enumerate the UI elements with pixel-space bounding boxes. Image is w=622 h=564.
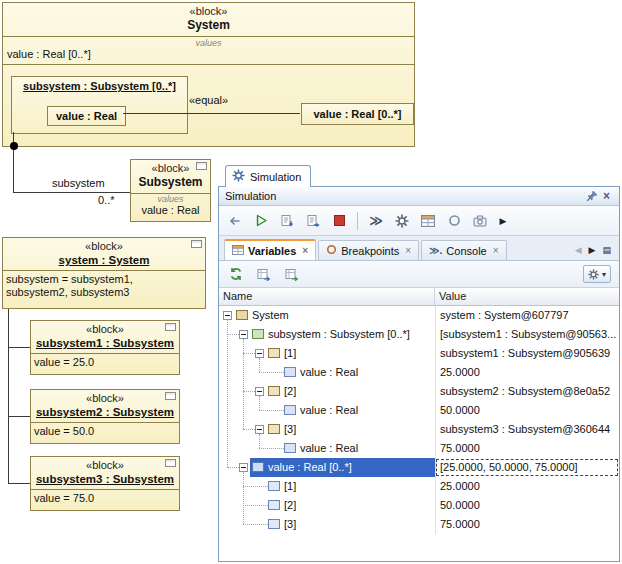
tree-expander-icon[interactable] [239,330,248,339]
console-icon[interactable]: ≫ [367,212,385,230]
tree-row[interactable]: [3]75.0000 [219,515,619,534]
variables-tree: Systemsystem : System@607797subsystem : … [219,306,619,534]
terminate-icon[interactable] [330,212,348,230]
animation-icon[interactable] [445,212,463,230]
tree-node-value[interactable]: 75.0000 [435,515,619,534]
capture-icon[interactable] [471,212,489,230]
value-property-icon [284,405,296,415]
more-buttons-icon[interactable]: ▶ [497,212,509,230]
tree-expander-icon[interactable] [255,349,264,358]
tree-name-cell[interactable]: [1] [219,344,435,363]
part-subsystem[interactable]: subsystem : Subsystem [0..*] value : Rea… [11,76,188,134]
tree-name-cell[interactable]: value : Real [219,401,435,420]
instance-link-3[interactable] [8,483,30,484]
pin-icon[interactable] [584,189,599,204]
tree-expander-icon[interactable] [223,311,232,320]
close-tab-icon[interactable]: × [493,245,499,256]
association-line-horizontal[interactable] [13,192,130,193]
application-canvas: «block» System values value : Real [0..*… [0,0,622,564]
tab-variables[interactable]: Variables × [224,239,316,260]
tree-node-value[interactable]: 25.0000 [435,477,619,496]
tree-node-value[interactable]: 50.0000 [435,401,619,420]
tree-name-cell[interactable]: value : Real [219,363,435,382]
refresh-icon[interactable] [227,265,245,283]
export-file-icon[interactable] [283,265,301,283]
close-tab-icon[interactable]: × [405,245,411,256]
instance-link-2[interactable] [8,416,30,417]
tab-label: Variables [248,245,296,257]
tree-row[interactable]: subsystem : Subsystem [0..*][subsystem1 … [219,325,619,344]
tab-console[interactable]: ≫. Console × [421,240,506,260]
tree-row[interactable]: Systemsystem : System@607797 [219,306,619,325]
instance-system[interactable]: «block» system : System subsystem = subs… [2,237,206,309]
instance-subsystem2[interactable]: «block» subsystem2 : Subsystem value = 5… [30,389,180,444]
association-owner-dot [10,142,18,150]
tree-expander-icon[interactable] [255,387,264,396]
instance-link-vertical[interactable] [8,309,9,484]
tree-row[interactable]: [2]subsystem2 : Subsystem@8e0a52 [219,382,619,401]
tree-name-cell[interactable]: value : Real [219,439,435,458]
tree-node-value[interactable]: 50.0000 [435,496,619,515]
prev-tab-icon[interactable]: ◀ [575,245,582,255]
tree-node-value[interactable]: 25.0000 [435,363,619,382]
tree-name-cell[interactable]: [1] [219,477,435,496]
close-tab-icon[interactable]: × [302,245,308,256]
tree-row[interactable]: [2]50.0000 [219,496,619,515]
tree-node-value[interactable]: system : System@607797 [435,306,619,325]
tree-expander-icon[interactable] [239,463,248,472]
tree-node-value[interactable]: subsystem3 : Subsystem@360644 [435,420,619,439]
tree-name-cell[interactable]: [3] [219,515,435,534]
tree-name-cell[interactable]: System [219,306,435,325]
navigate-back-icon[interactable] [226,212,244,230]
tree-node-value[interactable]: subsystem2 : Subsystem@8e0a52 [435,382,619,401]
options-menu-button[interactable]: ▾ [583,265,611,283]
instance-subsystem1[interactable]: «block» subsystem1 : Subsystem value = 2… [30,320,180,375]
column-header-value[interactable]: Value [435,288,619,305]
tree-row[interactable]: value : Real75.0000 [219,439,619,458]
tree-name-cell[interactable]: [2] [219,382,435,401]
tree-name-cell[interactable]: [2] [219,496,435,515]
block-system[interactable]: «block» System values value : Real [0..*… [2,2,415,147]
export-table-icon[interactable] [255,265,273,283]
tree-name-cell[interactable]: [3] [219,420,435,439]
tree-row[interactable]: value : Real25.0000 [219,363,619,382]
association-line-vertical[interactable] [13,132,14,192]
tree-row[interactable]: [1]25.0000 [219,477,619,496]
variables-pane-icon[interactable] [419,212,437,230]
system-value-box[interactable]: value : Real [0..*] [301,103,414,125]
block-subsystem[interactable]: «block» Subsystem values value : Real [130,159,211,222]
instance-subsystem3[interactable]: «block» subsystem3 : Subsystem value = 7… [30,456,180,511]
tree-connector-stub [259,448,284,449]
system-instance-icon [236,310,248,320]
tree-node-value[interactable]: 75.0000 [435,439,619,458]
tree-name-cell[interactable]: subsystem : Subsystem [0..*] [219,325,435,344]
tree-row[interactable]: value : Real [0..*][25.0000, 50.0000, 75… [219,458,619,477]
simulation-options-gear-icon[interactable] [393,212,411,230]
tree-row[interactable]: [3]subsystem3 : Subsystem@360644 [219,420,619,439]
tree-row[interactable]: value : Real50.0000 [219,401,619,420]
tab-list-icon[interactable]: ▤ [602,245,611,255]
column-header-name[interactable]: Name [219,288,435,305]
part-value-property-box[interactable]: value : Real [47,106,126,126]
instance-link-1[interactable] [8,347,30,348]
tree-name-cell[interactable]: value : Real [0..*] [219,458,435,477]
run-icon[interactable] [252,212,270,230]
tree-node-value[interactable]: [25.0000, 50.0000, 75.0000] [435,458,619,477]
tree-row[interactable]: [1]subsystem1 : Subsystem@905639 [219,344,619,363]
value-item-icon [268,500,280,510]
tree-node-label: System [252,306,289,325]
simulation-toolbar: ≫ ▶ [219,206,619,236]
tree-node-value[interactable]: [subsystem1 : Subsystem@90563... [435,325,619,344]
dock-tab-label: Simulation [250,171,301,183]
instance-subsystem1-header: «block» subsystem1 : Subsystem [31,321,179,354]
tree-expander-icon[interactable] [255,425,264,434]
simulation-dock-tab[interactable]: Simulation [225,165,311,187]
close-icon[interactable]: × [599,189,614,204]
tree-node-value[interactable]: subsystem1 : Subsystem@905639 [435,344,619,363]
next-tab-icon[interactable]: ▶ [589,245,596,255]
equal-connector-line[interactable] [123,113,300,114]
step-into-icon[interactable] [278,212,296,230]
step-over-icon[interactable] [304,212,322,230]
tab-breakpoints[interactable]: Breakpoints × [318,240,419,260]
tree-node-label: [1] [284,344,296,363]
